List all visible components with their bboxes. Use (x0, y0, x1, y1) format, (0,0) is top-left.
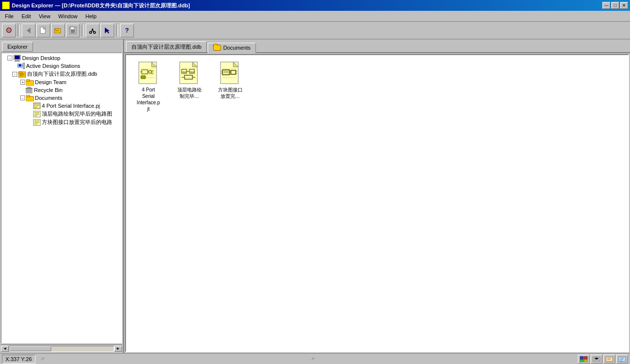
back-button[interactable] (22, 24, 35, 37)
app-icon (2, 1, 10, 9)
expand-desktop[interactable]: - (7, 56, 12, 61)
svg-rect-20 (23, 63, 25, 69)
tree-item-recycle[interactable]: Recycle Bin (2, 86, 121, 94)
svg-text:BLK: BLK (190, 71, 194, 73)
center-arrow: ↗ (308, 356, 317, 362)
tab-ddb-path[interactable]: 自顶向下设计层次原理图.ddb (126, 41, 207, 52)
design-team-label: Design Team (35, 79, 66, 85)
stations-label: Active Design Stations (26, 63, 80, 69)
svg-marker-13 (105, 28, 110, 33)
svg-rect-17 (14, 61, 20, 61)
tree-item-stations[interactable]: Active Design Stations (2, 62, 121, 70)
svg-line-12 (93, 29, 94, 32)
minimize-button[interactable]: — (602, 2, 610, 9)
schematic-icon-3 (33, 119, 41, 126)
open-button[interactable] (51, 24, 65, 37)
toolbar-sep-1 (18, 25, 20, 36)
scroll-thumb[interactable] (9, 346, 51, 351)
content-area: 4 PortSerialInterface.pjt (125, 54, 629, 352)
file-item-3[interactable]: 方块图接口放置完… (212, 59, 249, 114)
svg-rect-104 (606, 357, 613, 362)
window-title: Design Explorer — [D:\Protel\DDB文件夹\自顶向下… (12, 2, 602, 9)
status-btn-2[interactable] (591, 355, 602, 364)
expand-documents[interactable]: - (20, 95, 25, 100)
save-button[interactable] (66, 24, 80, 37)
svg-rect-62 (141, 76, 145, 79)
coordinates-panel: X:337 Y:26 (2, 355, 35, 364)
toolbar: ⚙ (0, 22, 630, 39)
file-item-1[interactable]: 4 PortSerialInterface.pjt (130, 59, 167, 114)
status-btn-1[interactable] (578, 355, 590, 364)
cut-button[interactable] (86, 24, 99, 37)
svg-rect-19 (19, 64, 21, 66)
tree-item-file1[interactable]: 4 Port Serial Interface.pj (2, 102, 121, 110)
documents-folder-icon (26, 94, 34, 101)
tree-item-desktop[interactable]: - Design Desktop (2, 54, 121, 62)
tab-ddb-label: 自顶向下设计层次原理图.ddb (131, 43, 201, 51)
menu-bar: File Edit View Window Help (0, 11, 630, 22)
status-btn-3[interactable] (603, 355, 615, 364)
svg-rect-36 (26, 95, 30, 97)
menu-window[interactable]: Window (54, 12, 81, 20)
toolbar-sep-2 (82, 25, 84, 36)
left-panel: Explorer - Design Desktop (0, 39, 124, 353)
svg-point-103 (596, 358, 598, 360)
tree-item-file2[interactable]: 顶层电路绘制完毕后的电路图 (2, 110, 121, 118)
tree-item-ddb[interactable]: - 自顶向下设计层次原理图.ddb (2, 70, 121, 78)
menu-help[interactable]: Help (81, 12, 100, 20)
pointer-button[interactable] (100, 24, 114, 37)
schematic-icon-2 (33, 111, 41, 118)
svg-text:BLK: BLK (183, 71, 187, 73)
svg-rect-99 (580, 360, 583, 362)
maximize-button[interactable]: □ (611, 2, 619, 9)
ddb-icon (18, 71, 26, 78)
expand-ddb[interactable]: - (12, 72, 17, 77)
ddb-label: 自顶向下设计层次原理图.ddb (27, 70, 97, 78)
stations-icon (17, 62, 25, 69)
file-item-2[interactable]: BLK BLK 顶层电路绘制完毕… (171, 59, 208, 114)
svg-rect-98 (584, 357, 587, 359)
tree-item-documents[interactable]: - Documents (2, 94, 121, 102)
coordinates-text: X:337 Y:26 (5, 356, 32, 362)
menu-edit[interactable]: Edit (18, 12, 35, 20)
new-document-button[interactable] (36, 24, 50, 37)
schematic-icon-1 (33, 102, 41, 109)
expand-design-team[interactable]: + (20, 80, 25, 85)
documents-label: Documents (35, 95, 63, 101)
status-btn-4[interactable] (616, 355, 628, 364)
main-area: Explorer - Design Desktop (0, 39, 630, 353)
tree-item-design-team[interactable]: + Design Team (2, 78, 121, 86)
menu-file[interactable]: File (1, 12, 18, 20)
file-icon-1 (137, 61, 160, 85)
file-icon-3 (219, 61, 242, 85)
svg-rect-100 (584, 360, 587, 362)
desktop-icon (13, 55, 21, 61)
svg-rect-23 (19, 72, 22, 73)
tab-bar: 自顶向下设计层次原理图.ddb Documents (124, 39, 630, 53)
right-panel: 自顶向下设计层次原理图.ddb Documents (124, 39, 630, 353)
svg-rect-7 (70, 27, 74, 30)
team-folder-icon (26, 79, 34, 86)
tab-documents[interactable]: Documents (208, 43, 256, 53)
menu-view[interactable]: View (35, 12, 55, 20)
scroll-left-arrow[interactable]: ◄ (1, 346, 9, 352)
tab-folder-icon (213, 45, 221, 51)
explorer-tab[interactable]: Explorer (2, 42, 33, 52)
title-bar: Design Explorer — [D:\Protel\DDB文件夹\自顶向下… (0, 0, 630, 11)
file1-label: 4 Port Serial Interface.pj (42, 103, 100, 109)
help-button[interactable]: ? (120, 24, 134, 37)
file-label-1: 4 PortSerialInterface.pjt (137, 87, 160, 112)
close-button[interactable]: ✕ (620, 2, 628, 9)
svg-rect-97 (580, 357, 583, 359)
svg-rect-8 (71, 30, 75, 33)
scroll-right-arrow[interactable]: ► (114, 346, 122, 352)
file-label-3: 方块图接口放置完… (218, 87, 243, 99)
file-label-2: 顶层电路绘制完毕… (177, 87, 202, 99)
svg-rect-31 (28, 87, 31, 88)
tree-item-file3[interactable]: 方块图接口放置完毕后的电路 (2, 118, 121, 126)
svg-rect-28 (26, 79, 30, 81)
app-icon-btn[interactable]: ⚙ (2, 24, 16, 37)
svg-rect-16 (15, 60, 19, 61)
tree-view: - Design Desktop (1, 53, 122, 343)
desktop-label: Design Desktop (22, 55, 61, 61)
